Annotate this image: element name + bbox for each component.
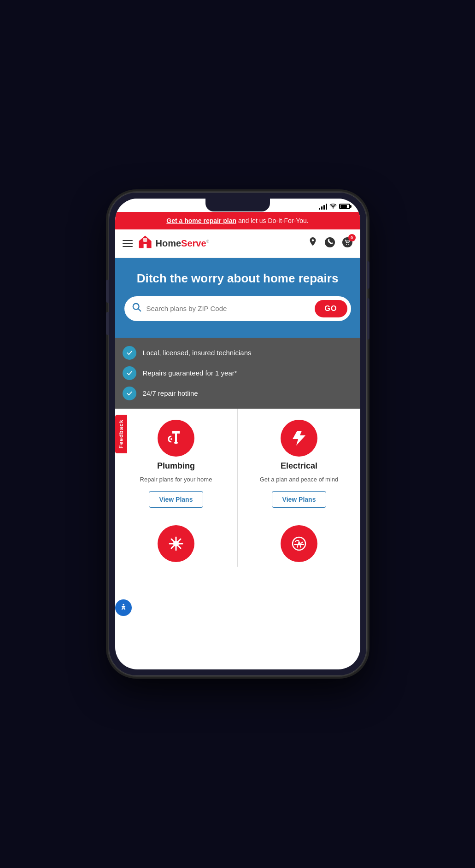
signal-bar-2 [321, 206, 323, 210]
svg-rect-9 [174, 442, 178, 444]
signal-bar-1 [319, 208, 320, 210]
zip-code-input[interactable] [147, 305, 310, 312]
svg-point-12 [293, 537, 305, 550]
status-icons [319, 202, 350, 210]
feature-text-2: Repairs guaranteed for 1 year* [143, 369, 237, 377]
check-circle-2 [123, 366, 136, 380]
volume-button-left-2 [106, 312, 109, 335]
plumbing-title: Plumbing [157, 461, 195, 471]
electrical-icon [281, 420, 317, 457]
phone-icon[interactable] [324, 237, 335, 251]
phone-frame: Feedback [109, 192, 367, 676]
service-cards-grid: Plumbing Repair plans for your home View… [115, 409, 360, 516]
logo-area[interactable]: HomeServe® [137, 234, 303, 253]
logo-registered: ® [206, 240, 210, 244]
svg-point-5 [346, 244, 347, 245]
logo-home: Home [156, 238, 182, 248]
phone-screen: Get a home repair plan and let us Do-It-… [115, 199, 360, 669]
hero-section: Ditch the worry about home repairs GO [115, 258, 360, 338]
battery-icon [339, 204, 350, 209]
feature-text-1: Local, licensed, insured technicians [143, 349, 252, 357]
electrical-card: Electrical Get a plan and peace of mind … [238, 409, 360, 516]
volume-button-left-1 [106, 280, 109, 303]
feature-item-3: 24/7 repair hotline [123, 387, 351, 400]
signal-bar-4 [326, 204, 327, 210]
logo-text: HomeServe® [156, 238, 210, 249]
top-banner-text: and let us Do-It-For-You. [236, 217, 309, 224]
cart-icon[interactable]: 0 [342, 237, 353, 251]
exterior-icon [281, 525, 317, 562]
plumbing-icon [158, 420, 194, 457]
search-icon [132, 302, 142, 315]
nav-icons: 0 [308, 236, 353, 251]
signal-bars-icon [319, 203, 327, 210]
electrical-desc: Get a plan and peace of mind [260, 475, 339, 484]
hvac-icon [158, 525, 194, 562]
bottom-cards-grid [115, 516, 360, 567]
search-bar: GO [124, 296, 351, 321]
hamburger-line-1 [123, 240, 133, 241]
volume-button-right [367, 298, 369, 340]
hamburger-line-3 [123, 246, 133, 247]
feature-text-3: 24/7 repair hotline [143, 389, 198, 397]
power-button [367, 261, 369, 289]
hamburger-line-2 [123, 243, 133, 244]
feature-item-2: Repairs guaranteed for 1 year* [123, 366, 351, 380]
wifi-icon [329, 202, 337, 210]
svg-point-0 [123, 604, 124, 605]
svg-point-6 [348, 244, 349, 245]
hamburger-menu-button[interactable] [123, 240, 133, 247]
features-section: Local, licensed, insured technicians Rep… [115, 338, 360, 409]
hvac-card-partial [115, 516, 237, 567]
plumbing-desc: Repair plans for your home [140, 475, 212, 484]
svg-rect-2 [143, 238, 147, 242]
scroll-content: Get a home repair plan and let us Do-It-… [115, 199, 360, 656]
svg-point-10 [170, 438, 172, 440]
top-banner[interactable]: Get a home repair plan and let us Do-It-… [115, 212, 360, 229]
logo-house-icon [137, 234, 153, 253]
go-button[interactable]: GO [315, 300, 347, 317]
feature-item-1: Local, licensed, insured technicians [123, 346, 351, 360]
plumbing-card: Plumbing Repair plans for your home View… [115, 409, 237, 516]
nav-bar: HomeServe® [115, 229, 360, 258]
accessibility-button[interactable] [115, 599, 132, 616]
location-icon[interactable] [308, 236, 318, 251]
top-banner-link[interactable]: Get a home repair plan [166, 217, 236, 224]
signal-bar-3 [323, 205, 325, 210]
electrical-view-plans-button[interactable]: View Plans [272, 491, 327, 508]
phone-notch [205, 199, 270, 211]
battery-fill [340, 205, 347, 208]
hero-title: Ditch the worry about home repairs [124, 271, 351, 286]
check-circle-1 [123, 346, 136, 360]
svg-line-8 [138, 309, 141, 311]
plumbing-view-plans-button[interactable]: View Plans [149, 491, 204, 508]
feedback-tab[interactable]: Feedback [115, 415, 127, 453]
logo-serve: Serve [181, 238, 206, 248]
check-circle-3 [123, 387, 136, 400]
cart-badge: 0 [348, 234, 356, 241]
electrical-title: Electrical [281, 461, 317, 471]
exterior-card-partial [238, 516, 360, 567]
